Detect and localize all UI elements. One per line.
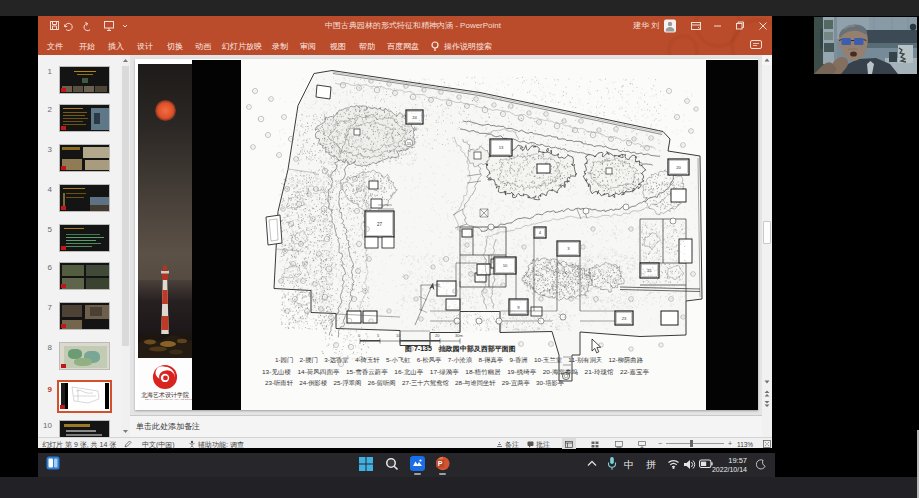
- svg-text:13-见山楼 14-荷风四面亭 15-雪香云蔚亭 16-北山: 13-见山楼 14-荷风四面亭 15-雪香云蔚亭 16-北山亭 17-绿漪亭 1…: [262, 368, 649, 376]
- svg-text:15: 15: [407, 141, 412, 146]
- svg-text:1-园门 2-腰门 3-远香堂 4-倚玉轩 5-小飞虹 6-: 1-园门 2-腰门 3-远香堂 4-倚玉轩 5-小飞虹 6-松风亭 7-小沧浪 …: [275, 356, 643, 364]
- svg-text:图 7-135 拙政园中部及西部平面图: 图 7-135 拙政园中部及西部平面图: [405, 343, 516, 352]
- svg-text:10: 10: [396, 332, 401, 337]
- svg-text:23-听雨轩 24-倒影楼 25-浮翠阁 26-留听阁 27: 23-听雨轩 24-倒影楼 25-浮翠阁 26-留听阁 27-三十六鸳鸯馆 28…: [265, 379, 564, 387]
- svg-text:P: P: [438, 460, 443, 467]
- svg-text:24: 24: [412, 114, 417, 119]
- svg-text:23: 23: [622, 315, 627, 320]
- svg-text:30m: 30m: [455, 332, 463, 337]
- svg-text:27: 27: [377, 221, 383, 226]
- svg-text:10: 10: [503, 263, 508, 268]
- svg-text:20: 20: [676, 164, 681, 169]
- svg-text:20: 20: [435, 332, 440, 337]
- svg-text:13: 13: [499, 145, 504, 150]
